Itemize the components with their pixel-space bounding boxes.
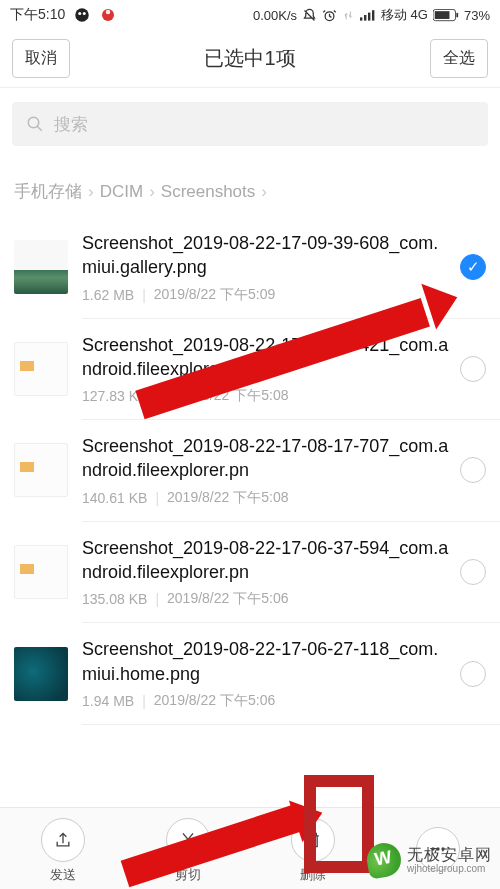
select-all-button[interactable]: 全选 [430, 39, 488, 78]
alarm-icon [322, 8, 337, 23]
chevron-right-icon: › [261, 182, 267, 202]
svg-rect-11 [435, 11, 450, 19]
file-meta: 1.94 MB|2019/8/22 下午5:06 [82, 692, 450, 710]
file-name: Screenshot_2019-08-22-17-08-17-707_com.a… [82, 434, 450, 483]
svg-point-1 [79, 12, 82, 15]
svg-rect-6 [360, 17, 362, 20]
crumb-screenshots[interactable]: Screenshots [161, 182, 256, 202]
svg-point-18 [436, 847, 439, 850]
net-speed: 0.00K/s [253, 8, 297, 23]
signal-icon [360, 9, 376, 21]
chevron-right-icon: › [88, 182, 94, 202]
chevron-right-icon: › [149, 182, 155, 202]
file-name: Screenshot_2019-08-22-17-06-27-118_com.m… [82, 637, 450, 686]
send-label: 发送 [50, 866, 76, 884]
svg-point-17 [431, 847, 434, 850]
send-icon [53, 830, 73, 850]
file-item[interactable]: Screenshot_2019-08-22-17-06-37-594_com.a… [0, 522, 500, 623]
file-thumbnail [14, 647, 68, 701]
svg-point-19 [441, 847, 444, 850]
search-icon [26, 115, 44, 133]
svg-point-0 [76, 8, 90, 22]
file-checkbox[interactable]: ✓ [460, 356, 486, 382]
mute-icon [302, 8, 317, 23]
status-time: 下午5:10 [10, 6, 65, 24]
more-icon [428, 839, 448, 859]
file-name: Screenshot_2019-08-22-17-09-39-608_com.m… [82, 231, 450, 280]
svg-rect-7 [364, 15, 366, 21]
file-meta: 1.62 MB|2019/8/22 下午5:09 [82, 286, 450, 304]
delete-label: 删除 [300, 866, 326, 884]
send-button[interactable]: 发送 [41, 818, 85, 884]
file-checkbox[interactable]: ✓ [460, 661, 486, 687]
svg-line-14 [37, 126, 42, 131]
battery-icon [433, 9, 459, 22]
svg-rect-8 [368, 13, 370, 21]
crumb-dcim[interactable]: DCIM [100, 182, 143, 202]
status-bar: 下午5:10 0.00K/s 移动 4G 73% [0, 0, 500, 30]
carrier-label: 移动 4G [381, 6, 428, 24]
app-tray-icon [99, 6, 117, 24]
svg-rect-9 [372, 10, 374, 20]
qq-icon [73, 6, 91, 24]
more-button[interactable] [416, 827, 460, 875]
file-thumbnail [14, 240, 68, 294]
file-thumbnail [14, 342, 68, 396]
svg-point-4 [106, 10, 111, 15]
svg-rect-12 [456, 12, 458, 16]
file-thumbnail [14, 443, 68, 497]
search-placeholder: 搜索 [54, 113, 88, 136]
file-item[interactable]: Screenshot_2019-08-22-17-08-17-707_com.a… [0, 420, 500, 521]
svg-point-2 [83, 12, 86, 15]
cancel-button[interactable]: 取消 [12, 39, 70, 78]
battery-percent: 73% [464, 8, 490, 23]
file-checkbox[interactable]: ✓ [460, 457, 486, 483]
selection-title: 已选中1项 [70, 45, 430, 72]
file-checkbox[interactable]: ✓ [460, 254, 486, 280]
file-item[interactable]: Screenshot_2019-08-22-17-06-27-118_com.m… [0, 623, 500, 724]
file-meta: 135.08 KB|2019/8/22 下午5:06 [82, 590, 450, 608]
file-name: Screenshot_2019-08-22-17-06-37-594_com.a… [82, 536, 450, 585]
selection-header: 取消 已选中1项 全选 [0, 30, 500, 88]
crumb-storage[interactable]: 手机存储 [14, 180, 82, 203]
file-item[interactable]: Screenshot_2019-08-22-17-09-39-608_com.m… [0, 217, 500, 318]
search-input[interactable]: 搜索 [12, 102, 488, 146]
file-thumbnail [14, 545, 68, 599]
file-checkbox[interactable]: ✓ [460, 559, 486, 585]
file-meta: 140.61 KB|2019/8/22 下午5:08 [82, 489, 450, 507]
data-arrows-icon [342, 9, 355, 22]
svg-point-13 [28, 117, 39, 128]
breadcrumb: 手机存储 › DCIM › Screenshots › [0, 152, 500, 217]
